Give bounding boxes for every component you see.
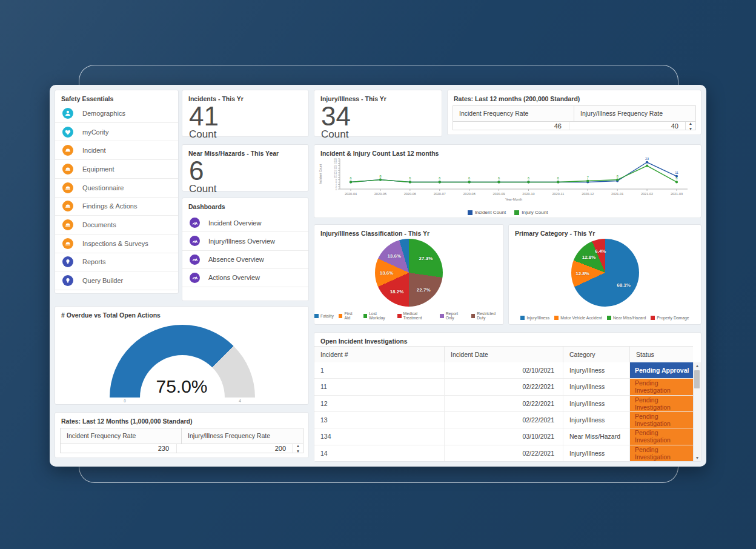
pie-slice-label: 18.2% [390,289,404,294]
svg-text:2020-04: 2020-04 [345,192,357,196]
table-row[interactable]: 1 02/10/2021 Injury/Illness Pending Appr… [314,362,693,379]
injury-illness-metric-card: Injury/Illness - This Yr 34 Count [314,90,442,137]
spinner-down-icon[interactable]: ▼ [296,449,300,453]
rates-1m-card: Rates: Last 12 Months (1,000,000 Standar… [55,412,309,458]
sidebar-item[interactable]: Query Builder [55,271,178,290]
svg-text:2020-05: 2020-05 [374,192,386,196]
metric-unit-label: Count [182,183,308,195]
legend-item: Incident Count [468,210,506,215]
column-header-incident-date[interactable]: Incident Date [445,347,563,362]
column-header-status[interactable]: Status [630,347,693,362]
legend-swatch-icon [554,316,559,320]
legend-label: Motor Vehicle Accident [560,316,602,320]
legend-item: Motor Vehicle Accident [554,316,602,320]
dashboard-link-item[interactable]: Actions Overview [182,269,308,287]
spinner-up-icon[interactable]: ▲ [689,121,692,125]
column-header: Incident Frequency Rate [453,106,574,121]
scroll-up-icon[interactable]: ▲ [694,364,701,368]
sidebar-item-label: Questionnaire [82,184,124,191]
spinner-up-icon[interactable]: ▲ [296,444,300,448]
legend-label: Lost Workday [369,311,393,320]
gauge-icon [190,218,200,228]
desktop-background: Safety Essentials Demographics myCority … [0,0,756,549]
sidebar-title: Safety Essentials [55,90,178,104]
rates-200k-card: Rates: Last 12 months (200,000 Standard)… [447,90,701,135]
sidebar-item[interactable]: myCority [55,123,178,142]
scroll-down-icon[interactable]: ▼ [694,456,701,460]
legend-swatch-icon [339,314,343,318]
value-spinner[interactable]: ▲ ▼ [293,444,303,453]
sidebar-item-label: Demographics [82,110,125,117]
table-row[interactable]: 134 03/10/2021 Near Miss/Hazard Pending … [314,428,693,445]
sidebar-items: Demographics myCority Incident Equipment… [55,104,178,290]
dashboards-items: Incident Overview Injury/Illness Overvie… [182,214,308,287]
table-row[interactable]: 14 02/22/2021 Injury/Illness Pending Inv… [314,445,693,461]
pie-chart: 68.1%12.8%12.8%6.4% [571,239,639,307]
pie-slice-label: 13.6% [387,253,401,259]
spinner-down-icon[interactable]: ▼ [689,127,692,131]
cell-incident-number: 11 [314,379,445,394]
injury-count-value: 34 [314,104,442,128]
table-row[interactable]: 11 02/22/2021 Injury/Illness Pending Inv… [314,379,693,395]
person-icon [62,108,73,119]
sidebar-item[interactable]: Inspections & Surveys [55,235,178,253]
svg-text:2021-03: 2021-03 [671,192,683,196]
svg-text:2020-10: 2020-10 [522,192,534,196]
legend-swatch-icon [468,210,472,215]
rates-table-header: Incident Frequency Rate Injury/Illness F… [61,428,303,444]
dashboard-link-label: Incident Overview [208,219,261,227]
cell-incident-date: 02/22/2021 [445,379,563,394]
heart-icon [62,127,73,138]
sidebar-item[interactable]: Questionnaire [55,179,178,198]
line-chart-legend: Incident Count Injury Count [314,210,701,215]
metric-unit-label: Count [182,128,308,141]
pie-slice-label: 68.1% [617,282,631,287]
sidebar-item[interactable]: Documents [55,216,178,235]
pie-slice-label: 12.8% [582,255,596,260]
dashboard-link-item[interactable]: Incident Overview [182,214,308,232]
incident-frequency-rate-value: 46 [453,122,569,130]
column-header-incident-number[interactable]: Incident # [314,347,445,362]
status-badge: Pending Approval [630,362,693,378]
chart-title: Primary Category - This Yr [509,225,701,239]
sidebar-item-label: myCority [82,128,108,136]
svg-text:Incident Count: Incident Count [319,164,322,184]
legend-item: Injury Count [514,210,548,215]
rates-table-values: 46 40 [453,122,686,130]
dashboard-panel: Safety Essentials Demographics myCority … [50,85,706,467]
svg-text:26: 26 [334,158,337,161]
legend-label: Medical Treatment [403,311,436,320]
sidebar-item[interactable]: Findings & Actions [55,198,178,216]
dashboards-card: Dashboards Incident Overview Injury/Illn… [182,198,309,301]
hard-hat-icon [62,201,73,211]
sidebar-item[interactable]: Equipment [55,160,178,179]
svg-text:6: 6 [528,176,529,180]
cell-category: Injury/Illness [563,412,630,428]
column-header-category[interactable]: Category [563,347,630,362]
sidebar-item[interactable]: Incident [55,141,178,160]
legend-label: Property Damage [657,316,689,320]
legend-swatch-icon [514,210,519,215]
legend-swatch-icon [363,314,368,318]
table-row[interactable]: 12 02/22/2021 Injury/Illness Pending Inv… [314,396,693,412]
cell-category: Injury/Illness [563,362,630,378]
scrollbar-thumb[interactable] [694,370,700,388]
dashboard-link-item[interactable]: Injury/Illness Overview [182,232,308,250]
legend-label: Injury/Illness [526,316,549,320]
sidebar-item[interactable]: Demographics [55,104,178,123]
status-badge: Pending Investigation [630,428,693,444]
legend-label: First Aid [344,311,358,320]
metric-unit-label: Count [314,128,442,141]
table-row[interactable]: 13 02/22/2021 Injury/Illness Pending Inv… [314,412,693,428]
overdue-actions-gauge-card: # Overdue vs Total Open Actions 75.0% 0 … [55,306,309,405]
value-spinner[interactable]: ▲ ▼ [685,122,695,130]
cell-incident-date: 02/10/2021 [445,362,563,378]
table-header-row: Incident # Incident Date Category Status [314,346,693,363]
sidebar-item[interactable]: Reports [55,253,178,272]
injury-frequency-rate-value: 200 [177,444,293,453]
sidebar-item-label: Equipment [82,165,114,173]
cell-incident-number: 13 [314,412,445,428]
dashboard-link-item[interactable]: Absence Overview [182,251,308,269]
table-scrollbar[interactable]: ▲ ▼ [693,362,701,461]
incidents-count-value: 41 [182,104,308,128]
